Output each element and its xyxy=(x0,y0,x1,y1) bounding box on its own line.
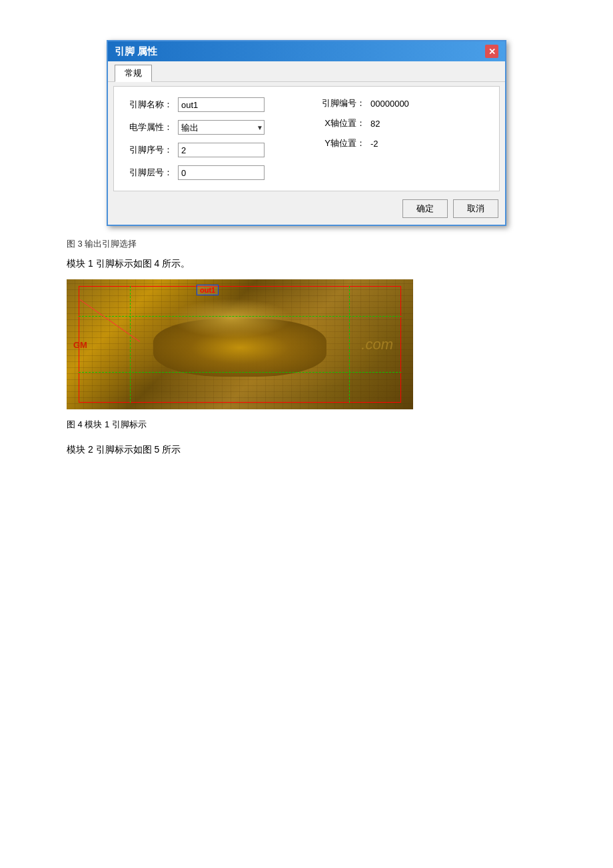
x-axis-value: 82 xyxy=(370,119,380,129)
pin-layer-input[interactable] xyxy=(178,165,265,180)
electrical-select[interactable]: 输出 xyxy=(178,120,265,135)
chip-com-text: .com xyxy=(361,336,393,353)
chip-image: out1 GM .com xyxy=(67,279,413,409)
dialog-wrapper: 引脚 属性 ✕ 常规 引脚名称： 电学属性： xyxy=(67,40,546,226)
pin-number-value: 00000000 xyxy=(370,99,409,109)
electrical-row: 电学属性： 输出 ▼ xyxy=(127,120,306,135)
pin-seq-input[interactable] xyxy=(178,143,265,157)
pin-layer-label: 引脚层号： xyxy=(127,167,173,179)
x-axis-label: X轴位置： xyxy=(320,117,365,129)
chip-green-line-right xyxy=(349,286,350,403)
dialog-tabs: 常规 xyxy=(108,61,505,82)
pin-seq-row: 引脚序号： xyxy=(127,143,306,157)
x-axis-row: X轴位置： 82 xyxy=(320,117,486,129)
y-axis-label: Y轴位置： xyxy=(320,137,365,149)
chip-green-line-top xyxy=(79,316,401,317)
pin-number-label: 引脚编号： xyxy=(320,97,365,109)
form-right: 引脚编号： 00000000 X轴位置： 82 Y轴位置： -2 xyxy=(306,97,486,180)
electrical-select-wrapper: 输出 ▼ xyxy=(178,120,265,135)
fig4-desc: 模块 1 引脚标示如图 4 所示。 xyxy=(67,258,546,270)
pin-number-row: 引脚编号： 00000000 xyxy=(320,97,486,109)
fig3-caption: 图 3 输出引脚选择 xyxy=(67,238,546,250)
pin-name-label: 引脚名称： xyxy=(127,99,173,111)
fig4-caption: 图 4 模块 1 引脚标示 xyxy=(67,419,546,431)
close-button[interactable]: ✕ xyxy=(485,45,498,58)
dialog-titlebar: 引脚 属性 ✕ xyxy=(108,41,505,61)
cancel-button[interactable]: 取消 xyxy=(453,199,498,218)
chip-out1-label: out1 xyxy=(197,285,219,295)
dialog-title: 引脚 属性 xyxy=(115,45,157,58)
chip-gm-text: GM xyxy=(73,339,87,349)
fig5-desc: 模块 2 引脚标示如图 5 所示 xyxy=(67,444,546,456)
pin-name-input[interactable] xyxy=(178,97,265,112)
chip-image-container: out1 GM .com xyxy=(67,279,413,409)
form-grid: 引脚名称： 电学属性： 输出 ▼ xyxy=(127,97,486,180)
pin-name-row: 引脚名称： xyxy=(127,97,306,112)
electrical-label: 电学属性： xyxy=(127,121,173,133)
form-left: 引脚名称： 电学属性： 输出 ▼ xyxy=(127,97,306,180)
y-axis-value: -2 xyxy=(370,139,378,149)
pin-layer-row: 引脚层号： xyxy=(127,165,306,180)
pin-seq-label: 引脚序号： xyxy=(127,144,173,156)
y-axis-row: Y轴位置： -2 xyxy=(320,137,486,149)
dialog-content: 引脚名称： 电学属性： 输出 ▼ xyxy=(113,86,500,191)
pin-properties-dialog: 引脚 属性 ✕ 常规 引脚名称： 电学属性： xyxy=(107,40,506,226)
chip-green-line-bottom xyxy=(79,372,401,373)
dialog-footer: 确定 取消 xyxy=(108,195,505,225)
confirm-button[interactable]: 确定 xyxy=(402,199,448,218)
tab-general[interactable]: 常规 xyxy=(115,65,152,82)
